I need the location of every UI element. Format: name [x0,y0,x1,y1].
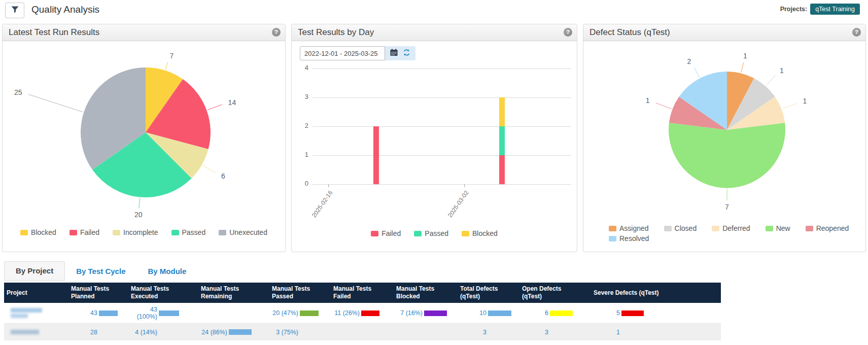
cell-value-link[interactable]: 11 (26%) [333,309,360,317]
pie-label-line [741,62,744,72]
legend-label: Resolved [619,234,649,243]
panel-body: 432102025-02-162025-03-02 FailedPassedBl… [292,41,577,252]
x-axis-tick-label: 2025-03-02 [441,189,470,226]
legend-label: Passed [182,228,206,236]
table-header-row: ProjectManual Tests PlannedManual Tests … [4,283,721,303]
legend-swatch [766,226,773,231]
filter-button[interactable] [5,3,24,18]
top-bar: Quality Analysis Projects: qTest Trainin… [0,0,868,21]
legend-swatch [462,231,469,236]
cell-value-link[interactable]: 4 (14%) [131,329,157,336]
pie-value-label: 1 [803,97,807,105]
project-name-link-redacted[interactable] [7,307,71,319]
panel-header: Defect Status (qTest) ? [583,24,865,41]
legend-item-deferred[interactable]: Deferred [712,224,750,232]
cell-metric-bar [621,310,644,316]
bar-segment-blocked[interactable] [499,97,505,126]
project-name-link-redacted[interactable] [7,329,71,335]
cell-value-link[interactable]: 5 [594,309,620,317]
legend-item-new[interactable]: New [766,224,790,232]
table-cell: 28 [71,329,131,336]
table-cell: 43 [71,309,131,317]
pie-value-label: 6 [221,172,225,180]
date-icon-box [385,46,415,60]
cell-value-link[interactable]: 24 (86%) [201,329,227,336]
legend-item-closed[interactable]: Closed [664,224,697,232]
cell-metric-bar [159,310,179,316]
legend-item-incomplete[interactable]: Incomplete [113,228,158,236]
pie-value-label: 14 [228,98,236,107]
pie-value-label: 7 [170,52,174,60]
help-icon[interactable]: ? [564,28,572,37]
legend-label: Incomplete [123,228,158,236]
table-cell: 5 [594,309,721,317]
redacted-text [11,308,42,313]
cell-value-link[interactable]: 28 [71,329,97,336]
cell-value-link[interactable]: 1 [594,329,620,336]
legend-label: Passed [425,229,448,237]
calendar-icon[interactable] [390,49,398,58]
cell-value-link[interactable]: 20 (47%) [272,309,298,317]
help-icon[interactable]: ? [272,28,281,37]
redacted-text [11,314,28,318]
table-body: 4343 (100%)20 (47%)11 (26%)7 (16%)106528… [4,303,721,340]
cell-value-link[interactable]: 3 [522,329,548,336]
tab-by-module[interactable]: By Module [136,262,197,281]
cell-metric-bar [361,310,379,316]
legend-item-resolved[interactable]: Resolved [609,234,649,243]
date-range-input[interactable] [300,46,385,60]
charts-row: Latest Test Run Results ? 71462025 Block… [2,24,868,252]
bar-segment-failed[interactable] [373,126,379,184]
legend-item-blocked[interactable]: Blocked [462,229,498,237]
legend-swatch [609,226,616,231]
legend-item-failed[interactable]: Failed [371,229,401,237]
legend-item-failed[interactable]: Failed [70,228,99,236]
refresh-icon[interactable] [403,49,410,58]
column-header-open-defects-qtest: Open Defects (qTest) [522,285,594,300]
table-cell: 3 (75%) [272,329,333,336]
legend-item-unexecuted[interactable]: Unexecuted [219,228,267,236]
legend-label: New [776,224,790,232]
cell-value-link[interactable]: 43 (100%) [131,306,157,320]
legend-item-blocked[interactable]: Blocked [20,228,56,236]
help-icon[interactable]: ? [852,28,861,37]
legend-item-assigned[interactable]: Assigned [609,224,649,232]
panel-test-results-by-day: Test Results by Day ? 432102025-02-16 [291,24,577,252]
cell-value-link[interactable]: 6 [522,309,548,317]
gridline [313,68,571,69]
cell-value-link[interactable]: 3 (75%) [272,329,298,336]
bar-segment-failed[interactable] [499,155,505,184]
table-cell: 24 (86%) [201,329,272,336]
legend-swatch [70,230,77,235]
pie-slice-new[interactable] [669,123,785,188]
legend-swatch [219,230,226,235]
cell-value-link[interactable]: 3 [460,329,487,336]
y-axis-tick-label: 3 [296,93,308,100]
column-header-severe-defects-qtest: Severe Defects (qTest) [594,289,721,297]
pie-value-label: 25 [14,88,22,96]
pie-value-label: 1 [780,66,784,75]
legend-item-passed[interactable]: Passed [171,228,206,236]
cell-value-link[interactable]: 43 [71,309,97,317]
projects-label: Projects: [780,6,808,13]
cell-value-link[interactable]: 7 (16%) [396,309,423,317]
cell-metric-bar [424,310,447,316]
project-badge[interactable]: qTest Training [810,4,860,15]
legend-item-reopened[interactable]: Reopened [806,224,849,232]
tab-by-test-cycle[interactable]: By Test Cycle [65,262,136,281]
tab-by-project[interactable]: By Project [4,261,65,281]
pie-label-line [203,165,216,173]
cell-value-link[interactable]: 10 [460,309,487,317]
panel-header: Test Results by Day ? [292,24,577,41]
legend-swatch [20,230,28,235]
legend-label: Blocked [472,229,498,237]
table-cell: 43 (100%) [131,306,201,320]
pie-label-line [28,94,83,112]
x-axis-tick [328,184,329,187]
legend-label: Failed [80,228,99,236]
cell-metric-bar [99,310,118,316]
bar-segment-passed[interactable] [499,126,505,155]
panel-body: 71462025 BlockedFailedIncompletePassedUn… [3,41,285,252]
legend-item-passed[interactable]: Passed [414,229,448,237]
pie-label-line [694,67,699,78]
